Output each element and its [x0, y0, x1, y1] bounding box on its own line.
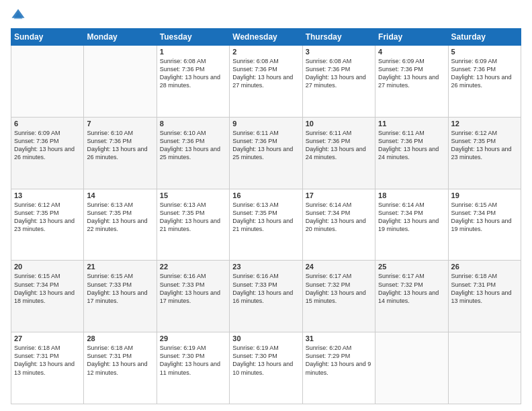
calendar-cell	[448, 332, 521, 404]
day-number: 7	[87, 120, 153, 128]
day-number: 28	[87, 334, 153, 342]
cell-info: Sunrise: 6:16 AM Sunset: 7:33 PM Dayligh…	[232, 272, 299, 305]
cell-info: Sunrise: 6:08 AM Sunset: 7:36 PM Dayligh…	[306, 57, 372, 90]
calendar-cell: 29Sunrise: 6:19 AM Sunset: 7:30 PM Dayli…	[157, 332, 229, 404]
calendar-cell	[11, 46, 84, 118]
cell-info: Sunrise: 6:13 AM Sunset: 7:35 PM Dayligh…	[160, 201, 226, 234]
calendar-cell: 9Sunrise: 6:11 AM Sunset: 7:36 PM Daylig…	[230, 117, 302, 189]
day-number: 31	[306, 334, 372, 342]
calendar-cell: 12Sunrise: 6:12 AM Sunset: 7:35 PM Dayli…	[448, 117, 521, 189]
logo-icon	[11, 8, 26, 23]
day-number: 4	[378, 48, 445, 56]
page: SundayMondayTuesdayWednesdayThursdayFrid…	[0, 0, 532, 411]
calendar-cell: 10Sunrise: 6:11 AM Sunset: 7:36 PM Dayli…	[302, 117, 375, 189]
day-number: 30	[232, 334, 299, 342]
day-number: 13	[14, 191, 81, 199]
calendar-header-wednesday: Wednesday	[230, 29, 302, 46]
calendar-header-tuesday: Tuesday	[157, 29, 229, 46]
day-number: 25	[378, 263, 445, 271]
cell-info: Sunrise: 6:15 AM Sunset: 7:34 PM Dayligh…	[14, 272, 81, 305]
calendar-week-row: 6Sunrise: 6:09 AM Sunset: 7:36 PM Daylig…	[11, 117, 521, 189]
calendar-cell: 16Sunrise: 6:13 AM Sunset: 7:35 PM Dayli…	[230, 189, 302, 261]
calendar-week-row: 20Sunrise: 6:15 AM Sunset: 7:34 PM Dayli…	[11, 261, 521, 332]
calendar-cell: 30Sunrise: 6:19 AM Sunset: 7:30 PM Dayli…	[230, 332, 302, 404]
calendar-cell	[375, 332, 448, 404]
day-number: 22	[160, 263, 226, 271]
calendar-cell: 25Sunrise: 6:17 AM Sunset: 7:32 PM Dayli…	[375, 261, 448, 332]
cell-info: Sunrise: 6:09 AM Sunset: 7:36 PM Dayligh…	[14, 129, 81, 162]
calendar-cell: 27Sunrise: 6:18 AM Sunset: 7:31 PM Dayli…	[11, 332, 84, 404]
cell-info: Sunrise: 6:11 AM Sunset: 7:36 PM Dayligh…	[378, 129, 445, 162]
day-number: 15	[160, 191, 226, 199]
cell-info: Sunrise: 6:15 AM Sunset: 7:34 PM Dayligh…	[451, 201, 518, 234]
cell-info: Sunrise: 6:08 AM Sunset: 7:36 PM Dayligh…	[232, 57, 299, 90]
calendar-cell: 20Sunrise: 6:15 AM Sunset: 7:34 PM Dayli…	[11, 261, 84, 332]
calendar-cell: 8Sunrise: 6:10 AM Sunset: 7:36 PM Daylig…	[157, 117, 229, 189]
cell-info: Sunrise: 6:16 AM Sunset: 7:33 PM Dayligh…	[160, 272, 226, 305]
cell-info: Sunrise: 6:18 AM Sunset: 7:31 PM Dayligh…	[451, 272, 518, 305]
day-number: 11	[378, 120, 445, 128]
day-number: 29	[160, 334, 226, 342]
day-number: 6	[14, 120, 81, 128]
cell-info: Sunrise: 6:10 AM Sunset: 7:36 PM Dayligh…	[160, 129, 226, 162]
calendar-header-saturday: Saturday	[448, 29, 521, 46]
day-number: 20	[14, 263, 81, 271]
calendar-week-row: 13Sunrise: 6:12 AM Sunset: 7:35 PM Dayli…	[11, 189, 521, 261]
cell-info: Sunrise: 6:08 AM Sunset: 7:36 PM Dayligh…	[160, 57, 226, 90]
calendar-cell: 22Sunrise: 6:16 AM Sunset: 7:33 PM Dayli…	[157, 261, 229, 332]
calendar-cell: 3Sunrise: 6:08 AM Sunset: 7:36 PM Daylig…	[302, 46, 375, 118]
day-number: 24	[306, 263, 372, 271]
logo	[11, 8, 28, 23]
day-number: 3	[306, 48, 372, 56]
calendar-cell: 5Sunrise: 6:09 AM Sunset: 7:36 PM Daylig…	[448, 46, 521, 118]
cell-info: Sunrise: 6:14 AM Sunset: 7:34 PM Dayligh…	[378, 201, 445, 234]
calendar-cell: 26Sunrise: 6:18 AM Sunset: 7:31 PM Dayli…	[448, 261, 521, 332]
calendar-cell: 1Sunrise: 6:08 AM Sunset: 7:36 PM Daylig…	[157, 46, 229, 118]
day-number: 10	[306, 120, 372, 128]
day-number: 8	[160, 120, 226, 128]
day-number: 16	[232, 191, 299, 199]
cell-info: Sunrise: 6:14 AM Sunset: 7:34 PM Dayligh…	[306, 201, 372, 234]
cell-info: Sunrise: 6:17 AM Sunset: 7:32 PM Dayligh…	[306, 272, 372, 305]
calendar-header-row: SundayMondayTuesdayWednesdayThursdayFrid…	[11, 29, 521, 46]
calendar-cell: 17Sunrise: 6:14 AM Sunset: 7:34 PM Dayli…	[302, 189, 375, 261]
day-number: 5	[451, 48, 518, 56]
cell-info: Sunrise: 6:20 AM Sunset: 7:29 PM Dayligh…	[306, 344, 372, 377]
calendar-cell: 14Sunrise: 6:13 AM Sunset: 7:35 PM Dayli…	[84, 189, 157, 261]
day-number: 1	[160, 48, 226, 56]
day-number: 27	[14, 334, 81, 342]
cell-info: Sunrise: 6:13 AM Sunset: 7:35 PM Dayligh…	[232, 201, 299, 234]
calendar-table: SundayMondayTuesdayWednesdayThursdayFrid…	[11, 28, 521, 404]
day-number: 17	[306, 191, 372, 199]
day-number: 2	[232, 48, 299, 56]
day-number: 12	[451, 120, 518, 128]
calendar-cell: 28Sunrise: 6:18 AM Sunset: 7:31 PM Dayli…	[84, 332, 157, 404]
cell-info: Sunrise: 6:11 AM Sunset: 7:36 PM Dayligh…	[232, 129, 299, 162]
calendar-header-sunday: Sunday	[11, 29, 84, 46]
calendar-cell	[84, 46, 157, 118]
cell-info: Sunrise: 6:18 AM Sunset: 7:31 PM Dayligh…	[14, 344, 81, 377]
calendar-cell: 7Sunrise: 6:10 AM Sunset: 7:36 PM Daylig…	[84, 117, 157, 189]
calendar-cell: 18Sunrise: 6:14 AM Sunset: 7:34 PM Dayli…	[375, 189, 448, 261]
cell-info: Sunrise: 6:12 AM Sunset: 7:35 PM Dayligh…	[451, 129, 518, 162]
cell-info: Sunrise: 6:09 AM Sunset: 7:36 PM Dayligh…	[451, 57, 518, 90]
cell-info: Sunrise: 6:17 AM Sunset: 7:32 PM Dayligh…	[378, 272, 445, 305]
cell-info: Sunrise: 6:19 AM Sunset: 7:30 PM Dayligh…	[160, 344, 226, 377]
calendar-cell: 23Sunrise: 6:16 AM Sunset: 7:33 PM Dayli…	[230, 261, 302, 332]
cell-info: Sunrise: 6:18 AM Sunset: 7:31 PM Dayligh…	[87, 344, 153, 377]
cell-info: Sunrise: 6:12 AM Sunset: 7:35 PM Dayligh…	[14, 201, 81, 234]
calendar-cell: 21Sunrise: 6:15 AM Sunset: 7:33 PM Dayli…	[84, 261, 157, 332]
calendar-week-row: 1Sunrise: 6:08 AM Sunset: 7:36 PM Daylig…	[11, 46, 521, 118]
calendar-cell: 19Sunrise: 6:15 AM Sunset: 7:34 PM Dayli…	[448, 189, 521, 261]
calendar-week-row: 27Sunrise: 6:18 AM Sunset: 7:31 PM Dayli…	[11, 332, 521, 404]
calendar-cell: 15Sunrise: 6:13 AM Sunset: 7:35 PM Dayli…	[157, 189, 229, 261]
cell-info: Sunrise: 6:11 AM Sunset: 7:36 PM Dayligh…	[306, 129, 372, 162]
calendar-header-thursday: Thursday	[302, 29, 375, 46]
cell-info: Sunrise: 6:15 AM Sunset: 7:33 PM Dayligh…	[87, 272, 153, 305]
calendar-cell: 6Sunrise: 6:09 AM Sunset: 7:36 PM Daylig…	[11, 117, 84, 189]
calendar-cell: 11Sunrise: 6:11 AM Sunset: 7:36 PM Dayli…	[375, 117, 448, 189]
day-number: 9	[232, 120, 299, 128]
calendar-cell: 13Sunrise: 6:12 AM Sunset: 7:35 PM Dayli…	[11, 189, 84, 261]
day-number: 21	[87, 263, 153, 271]
cell-info: Sunrise: 6:10 AM Sunset: 7:36 PM Dayligh…	[87, 129, 153, 162]
